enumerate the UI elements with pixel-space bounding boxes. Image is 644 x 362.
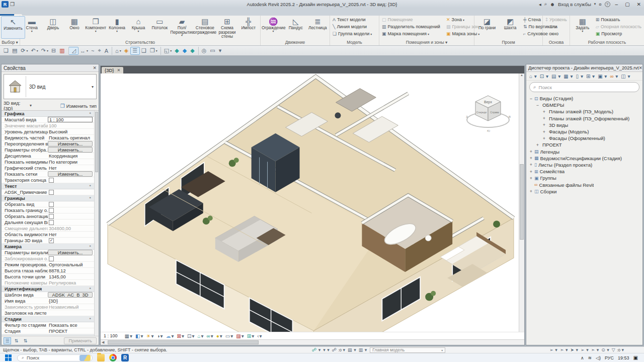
- compass-south-label[interactable]: Ю: [487, 129, 490, 132]
- tree-expander[interactable]: +: [541, 136, 547, 141]
- grid-button[interactable]: + Ось ▾: [544, 23, 569, 30]
- property-row[interactable]: Высота глаза наблю... 8878,12: [2, 268, 94, 274]
- ramp-button[interactable]: ◺ Пандус ▾: [285, 16, 307, 39]
- curtain-system-button[interactable]: ▤ Стеновое ограждение ▾: [194, 16, 217, 39]
- editable-worksets-icon[interactable]: ☍ :0 ▾: [332, 347, 345, 352]
- crop-region-icon[interactable]: ⊡ ▾: [186, 333, 196, 339]
- thin-lines-icon[interactable]: ❑ ▾: [140, 47, 148, 55]
- component-button[interactable]: ❒ Компонент ▾: [85, 16, 106, 39]
- restore-button[interactable]: ▢: [623, 2, 631, 7]
- property-row[interactable]: Уровень детализации Высокий: [2, 129, 94, 135]
- undo-icon[interactable]: ↶ ▾: [30, 47, 40, 55]
- property-row[interactable]: Обрезать аннотации: [2, 213, 94, 220]
- selection-box-icon[interactable]: ⊞ ▾: [246, 333, 256, 339]
- property-row[interactable]: Показать невидимы... По категории: [2, 159, 94, 165]
- browser-assemblies-icon[interactable]: ◫ ▾: [620, 74, 631, 79]
- section-icon[interactable]: ◈ ▾: [123, 47, 130, 55]
- enscape-start-icon[interactable]: ◆ ▾: [173, 47, 181, 55]
- property-row[interactable]: Идентификация: [2, 286, 94, 292]
- temporary-view-properties-icon[interactable]: ▭ ▾: [224, 333, 234, 339]
- window-button[interactable]: ▦ Окно ▾: [64, 16, 85, 39]
- tree-expander[interactable]: +: [541, 122, 547, 127]
- property-row[interactable]: Графический стиль ... Нет: [2, 165, 94, 171]
- network-icon[interactable]: ≋: [588, 355, 592, 360]
- redo-icon[interactable]: ↷ ▾: [40, 47, 50, 55]
- property-row[interactable]: Заблокированная о...: [2, 256, 94, 262]
- property-row[interactable]: Камера: [2, 244, 94, 250]
- tree-item[interactable]: + Фасады (Модель): [526, 128, 642, 135]
- revit-app-icon[interactable]: R: [2, 1, 9, 8]
- edit-type-button[interactable]: ❐Изменить тип: [60, 103, 97, 109]
- ceiling-button[interactable]: ▭ Потолок ▾: [149, 16, 170, 39]
- property-row[interactable]: Масштаб вида 1 : 100: [2, 117, 94, 123]
- property-row[interactable]: Положение камеры Регулировка: [2, 280, 94, 286]
- language-indicator[interactable]: РУС: [605, 355, 614, 360]
- active-model-select[interactable]: Главная модель▾: [370, 347, 445, 353]
- tree-expander[interactable]: +: [528, 156, 534, 161]
- view-scale-button[interactable]: 1 : 100: [104, 333, 118, 338]
- tree-item[interactable]: + ПРОЕКТ: [526, 141, 642, 148]
- level-button[interactable]: ‡ Уровень ▾: [544, 16, 569, 23]
- enscape-live-icon[interactable]: ◆ ▾: [181, 47, 189, 55]
- tree-item[interactable]: − ⊡ Виды (Стадия): [526, 95, 642, 102]
- reference-plane-button[interactable]: ▱ Опорная плоскость ▾: [594, 23, 643, 30]
- view-tab-3d[interactable]: {3D}✕: [102, 67, 123, 74]
- account-icon[interactable]: ☻: [550, 2, 555, 7]
- browser-views-icon[interactable]: ⊡ ▾: [539, 74, 549, 79]
- tree-expander[interactable]: +: [528, 189, 534, 194]
- hidden-icons-chevron[interactable]: ∧: [581, 355, 584, 360]
- select-underlay-icon[interactable]: ➤ ▾: [570, 347, 578, 352]
- mullion-button[interactable]: ╬ Импост ▾: [238, 16, 259, 39]
- tree-expander[interactable]: +: [535, 142, 540, 148]
- temporary-hide-isolate-icon[interactable]: ∞ ▾: [205, 333, 215, 339]
- select-by-face-icon[interactable]: ➣ ▾: [591, 347, 599, 352]
- notification-center-icon[interactable]: ▣: [633, 355, 638, 360]
- property-row[interactable]: Дальняя секущая Вкл: [2, 220, 94, 226]
- model-line-icon[interactable]: ~ ▾: [90, 47, 96, 55]
- property-row[interactable]: Заголовок на листе: [2, 310, 94, 316]
- model-line-button[interactable]: ╲ Линия модели ▾: [331, 23, 373, 30]
- tree-item[interactable]: + ▤ Легенды: [526, 149, 642, 155]
- clock[interactable]: 19:53: [618, 355, 629, 360]
- property-row[interactable]: Шаблон вида ADSK_AC_B_3D: [2, 292, 94, 298]
- property-row[interactable]: Текст: [2, 183, 94, 189]
- property-row[interactable]: Смещение дальнего... 304800,00: [2, 226, 94, 232]
- property-row[interactable]: Высота точки цели 1345,00: [2, 274, 94, 280]
- property-row[interactable]: Показать границу о...: [2, 207, 94, 213]
- help-icon[interactable]: ?: [605, 2, 610, 7]
- detail-level-icon[interactable]: ▦ ▾: [123, 333, 134, 339]
- tree-expander[interactable]: +: [541, 116, 547, 121]
- properties-close-icon[interactable]: ✕: [93, 65, 97, 70]
- property-row[interactable]: Показать сетки Изменить...: [2, 171, 94, 177]
- room-button[interactable]: ▢ Помещение ▾: [380, 16, 445, 23]
- viewer-button[interactable]: ▣ Просмотр ▾: [594, 30, 643, 37]
- default-3d-view-icon[interactable]: ⌂ ▾: [112, 47, 123, 55]
- scroll-left-icon[interactable]: ◀: [102, 340, 104, 344]
- tree-item[interactable]: + ▦ Ведомости/Спецификации (Стадия): [526, 155, 642, 162]
- browser-groups-icon[interactable]: ▣ ▾: [597, 74, 608, 79]
- crop-view-icon[interactable]: ⊠ ▾: [176, 333, 186, 339]
- sun-path-icon[interactable]: ☀ ▾: [145, 333, 155, 339]
- door-button[interactable]: ◫ Дверь ▾: [42, 16, 63, 39]
- project-browser-search[interactable]: ⌕ Поиск: [529, 82, 639, 92]
- volume-icon[interactable]: ◁): [596, 355, 601, 360]
- property-row[interactable]: Параметры отобра... Изменить...: [2, 147, 94, 153]
- roof-button[interactable]: ⌂ Крыша ▾: [128, 16, 149, 39]
- tree-expander[interactable]: −: [528, 96, 534, 101]
- tree-item[interactable]: + Планы этажей (ПЭ_Модель): [526, 108, 642, 115]
- compass-east-label[interactable]: В: [509, 115, 511, 118]
- tree-expander[interactable]: +: [541, 129, 547, 134]
- model-group-button[interactable]: ❏ Группа модели ▾: [331, 30, 373, 37]
- print-icon[interactable]: ⊟ ▾: [50, 47, 58, 55]
- minimize-button[interactable]: –: [613, 2, 620, 7]
- property-row[interactable]: Обрезать вид: [2, 201, 94, 207]
- save-icon[interactable]: ▤ ▾: [11, 47, 19, 55]
- railing-button[interactable]: ♒ Ограждение ▾: [262, 16, 285, 39]
- store-icon[interactable]: ¤: [599, 2, 601, 7]
- type-selector[interactable]: 3D вид ▾: [4, 74, 97, 99]
- measure-icon[interactable]: ◿ ▾: [68, 47, 78, 55]
- render-icon[interactable]: ☁ ▾: [165, 333, 176, 339]
- model-text-button[interactable]: A Текст модели ▾: [331, 16, 373, 23]
- browser-home-icon[interactable]: ⌂ ▾: [528, 74, 538, 79]
- close-button[interactable]: ✕: [635, 2, 643, 7]
